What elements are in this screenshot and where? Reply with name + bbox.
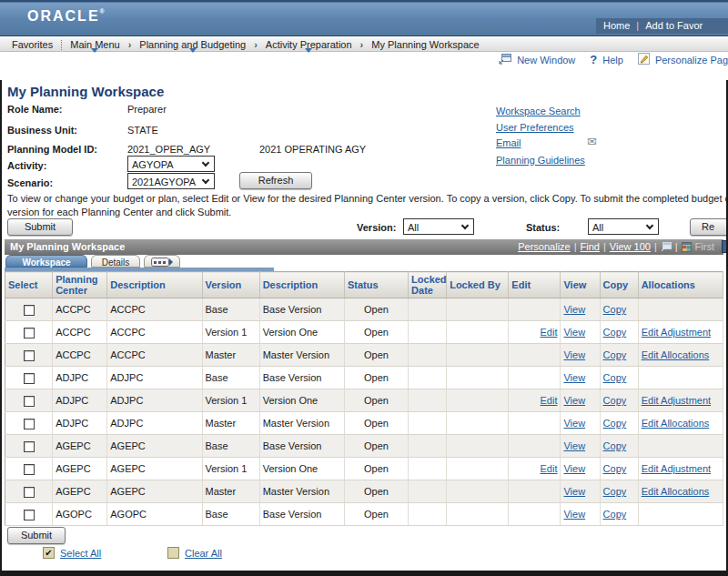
- allocations-link[interactable]: Edit Allocations: [642, 349, 710, 360]
- cell-select: [5, 321, 53, 344]
- refresh-button-right-clipped[interactable]: Re: [690, 218, 728, 236]
- download-grid-icon[interactable]: [682, 242, 692, 254]
- row-select-checkbox[interactable]: [24, 441, 35, 452]
- edit-link[interactable]: Edit: [541, 395, 558, 406]
- cell-description: ADJPC: [107, 389, 202, 412]
- help-link[interactable]: Help: [602, 55, 623, 66]
- cell-locked-by: [447, 480, 509, 503]
- role-name-value: Preparer: [127, 104, 167, 115]
- cell-version: Master: [202, 480, 259, 503]
- copy-link[interactable]: Copy: [603, 418, 627, 429]
- user-preferences-link[interactable]: User Preferences: [496, 122, 574, 133]
- copy-link[interactable]: Copy: [603, 372, 627, 383]
- clear-all-checkbox-icon[interactable]: [167, 547, 179, 559]
- cell-locked-by: [447, 298, 509, 321]
- edit-link[interactable]: Edit: [541, 327, 558, 338]
- find-link[interactable]: Find: [581, 241, 600, 252]
- scenario-select[interactable]: 2021AGYOPA: [127, 173, 215, 189]
- submit-button-top[interactable]: Submit: [7, 218, 73, 236]
- personalize-page-link[interactable]: Personalize Pag: [655, 55, 728, 66]
- personalize-link[interactable]: Personalize: [518, 241, 570, 252]
- cell-status: Open: [344, 480, 408, 503]
- copy-link[interactable]: Copy: [603, 349, 627, 360]
- divider: |: [675, 241, 678, 252]
- status-filter-select[interactable]: All: [588, 218, 659, 235]
- submit-button-bottom[interactable]: Submit: [7, 527, 66, 544]
- banner-links: Home|Add to Favor: [596, 18, 728, 34]
- cell-allocations: Edit Allocations: [638, 480, 723, 503]
- cell-select: [5, 435, 53, 458]
- planning-guidelines-link[interactable]: Planning Guidelines: [496, 155, 585, 166]
- allocations-link[interactable]: Edit Allocations: [642, 486, 710, 497]
- col-header-edit: Edit: [509, 272, 561, 298]
- cell-view: View: [561, 480, 600, 503]
- refresh-button[interactable]: Refresh: [239, 172, 312, 189]
- view-link[interactable]: View: [563, 395, 585, 406]
- row-select-checkbox[interactable]: [24, 373, 35, 384]
- breadcrumb-activity-preparation[interactable]: Activity Preparation: [261, 39, 357, 54]
- select-all-link[interactable]: Select All: [60, 548, 101, 559]
- view-link[interactable]: View: [563, 349, 585, 360]
- tab-show-all-columns[interactable]: [144, 255, 180, 268]
- view-link[interactable]: View: [563, 418, 585, 429]
- cell-select: [5, 412, 53, 435]
- breadcrumb-favorites[interactable]: Favorites: [7, 39, 57, 54]
- cell-allocations: [638, 503, 723, 526]
- view-100-link[interactable]: View 100: [610, 241, 651, 252]
- zoom-grid-icon[interactable]: [661, 242, 672, 254]
- copy-link[interactable]: Copy: [603, 486, 627, 497]
- copy-link[interactable]: Copy: [603, 395, 627, 406]
- cell-status: Open: [344, 412, 408, 435]
- col-header-description: Description: [107, 272, 202, 298]
- cell-select: [5, 458, 53, 480]
- workspace-search-link[interactable]: Workspace Search: [496, 106, 581, 116]
- view-link[interactable]: View: [563, 440, 585, 451]
- cell-allocations: [638, 435, 723, 458]
- copy-link[interactable]: Copy: [603, 463, 627, 474]
- activity-select[interactable]: AGYOPA: [127, 156, 215, 172]
- copy-link[interactable]: Copy: [603, 304, 627, 315]
- cell-planning-center: ADJPC: [53, 367, 107, 389]
- tab-details[interactable]: Details: [91, 255, 140, 268]
- email-link[interactable]: Email: [496, 137, 521, 148]
- edit-link[interactable]: Edit: [541, 463, 558, 474]
- row-select-checkbox[interactable]: [24, 328, 35, 339]
- allocations-link[interactable]: Edit Allocations: [642, 418, 710, 429]
- copy-link[interactable]: Copy: [603, 440, 627, 451]
- cell-allocations: [638, 298, 723, 321]
- view-link[interactable]: View: [563, 372, 585, 383]
- select-all-checkbox-icon[interactable]: ✔: [43, 547, 55, 559]
- tab-workspace[interactable]: Workspace: [5, 255, 87, 268]
- copy-link[interactable]: Copy: [603, 509, 627, 520]
- row-select-checkbox[interactable]: [24, 350, 35, 361]
- cell-version-description: Version One: [259, 389, 344, 412]
- row-select-checkbox[interactable]: [24, 464, 35, 475]
- allocations-link[interactable]: Edit Adjustment: [642, 463, 711, 474]
- view-link[interactable]: View: [563, 463, 585, 474]
- view-link[interactable]: View: [563, 509, 585, 520]
- view-link[interactable]: View: [563, 304, 585, 315]
- divider: |: [654, 241, 657, 252]
- add-to-favorites-link[interactable]: Add to Favor: [645, 20, 703, 31]
- view-link[interactable]: View: [563, 327, 585, 338]
- breadcrumb-planning-and-budgeting[interactable]: Planning and Budgeting: [135, 39, 250, 54]
- row-select-checkbox[interactable]: [24, 396, 35, 407]
- view-link[interactable]: View: [563, 486, 585, 497]
- cell-edit: [509, 412, 561, 435]
- new-window-link[interactable]: New Window: [517, 55, 575, 66]
- allocations-link[interactable]: Edit Adjustment: [642, 327, 711, 338]
- cell-locked-by: [447, 458, 509, 480]
- breadcrumb-main-menu[interactable]: Main Menu: [66, 39, 124, 54]
- home-link[interactable]: Home: [603, 20, 630, 31]
- row-select-checkbox[interactable]: [24, 487, 35, 498]
- row-select-checkbox[interactable]: [24, 419, 35, 429]
- row-select-checkbox[interactable]: [24, 510, 35, 520]
- cell-copy: Copy: [600, 435, 638, 458]
- row-select-checkbox[interactable]: [24, 305, 35, 316]
- cell-locked-date: [409, 435, 447, 458]
- clear-all-link[interactable]: Clear All: [185, 548, 222, 559]
- breadcrumb-current-page: My Planning Workspace: [367, 39, 483, 50]
- version-filter-select[interactable]: All: [403, 218, 474, 235]
- allocations-link[interactable]: Edit Adjustment: [642, 395, 711, 406]
- copy-link[interactable]: Copy: [603, 327, 627, 338]
